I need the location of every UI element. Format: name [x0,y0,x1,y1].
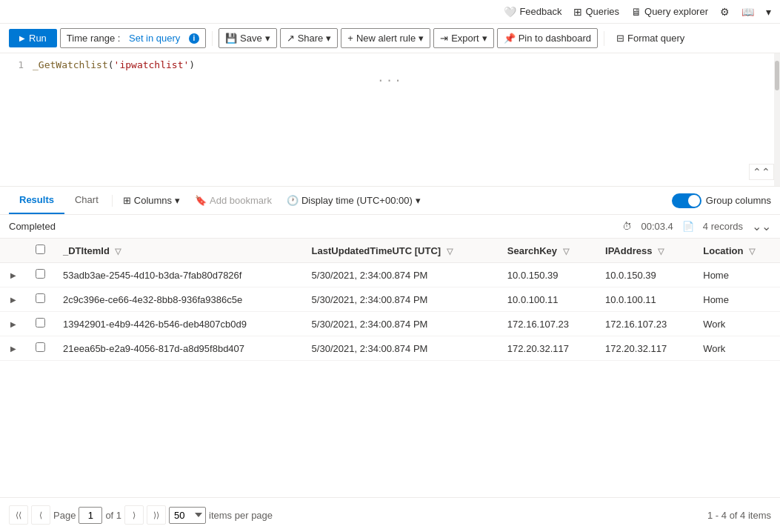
collapse-editor-button[interactable]: ⌃⌃ [749,164,774,180]
status-bar: Completed ⏱ 00:03.4 📄 4 records ⌄⌄ [0,215,780,239]
format-icon: ⊟ [616,33,624,44]
table-row: ▶ 53adb3ae-2545-4d10-b3da-7fab80d7826f 5… [0,263,780,287]
toolbar-divider-2 [604,31,604,46]
group-columns-toggle-area: Group columns [672,193,771,208]
pin-to-dashboard-button[interactable]: 📌 Pin to dashboard [497,28,598,48]
cell-lastupdated: 5/30/2021, 2:34:00.874 PM [303,287,499,312]
editor-scrollbar[interactable] [774,53,780,186]
cell-location: Home [694,263,780,287]
play-icon: ▶ [19,34,25,42]
more-button[interactable]: ▾ [766,6,771,18]
pagination-summary: 1 - 4 of 4 items [707,510,771,521]
pin-icon: 📌 [504,33,516,44]
plus-icon: + [347,33,353,44]
expand-row-button[interactable]: ▶ [9,270,18,281]
filter-icon: ▽ [447,247,453,256]
cell-searchkey: 10.0.100.11 [499,287,596,312]
check-col-header [27,239,54,263]
bookmark-icon: 🔖 [195,195,207,206]
row-checkbox[interactable] [36,318,45,327]
expand-row-button[interactable]: ▶ [9,343,18,354]
row-checkbox[interactable] [36,293,45,303]
col-header-dtitemid[interactable]: _DTItemId ▽ [54,239,303,263]
tab-chart[interactable]: Chart [64,187,109,214]
cell-dtitemid: 21eea65b-e2a9-4056-817d-a8d95f8bd407 [54,336,303,361]
table-row: ▶ 13942901-e4b9-4426-b546-deb4807cb0d9 5… [0,312,780,336]
records-count: 4 records [703,221,743,232]
results-table: _DTItemId ▽ LastUpdatedTimeUTC [UTC] ▽ S… [0,239,780,361]
cell-location: Work [694,312,780,336]
cell-lastupdated: 5/30/2021, 2:34:00.874 PM [303,312,499,336]
clock-icon: 🕐 [287,195,299,206]
status-expand-button[interactable]: ⌄⌄ [752,219,771,233]
info-icon: i [189,33,199,44]
cell-searchkey: 10.0.150.39 [499,263,596,287]
tab-results[interactable]: Results [9,187,64,214]
table-row: ▶ 21eea65b-e2a9-4056-817d-a8d95f8bd407 5… [0,336,780,361]
col-header-lastupdated[interactable]: LastUpdatedTimeUTC [UTC] ▽ [303,239,499,263]
run-button[interactable]: ▶ Run [9,29,57,47]
queries-icon: ⊞ [573,6,582,18]
toolbar-divider-1 [212,31,213,46]
scrollbar-thumb [775,61,779,90]
col-header-ipaddress[interactable]: IPAddress ▽ [596,239,694,263]
group-columns-toggle[interactable] [672,193,701,208]
select-all-checkbox[interactable] [36,245,45,254]
status-completed: Completed [9,221,56,232]
filter-icon: ▽ [115,247,121,256]
export-button[interactable]: ⇥ Export ▾ [433,28,494,48]
query-editor[interactable]: 1 _GetWatchlist('ipwatchlist') ··· ⌃⌃ [0,53,780,187]
expand-row-button[interactable]: ▶ [9,319,18,330]
toolbar: ▶ Run Time range : Set in query i 💾 Save… [0,24,780,53]
help-button[interactable]: 📖 [741,6,754,18]
check-cell [27,287,54,312]
items-per-page-select[interactable]: 10 25 50 100 [169,507,206,524]
columns-button[interactable]: ⊞ Columns ▾ [116,190,187,210]
explorer-icon: 🖥 [631,6,641,18]
time-range-button[interactable]: Time range : Set in query i [60,28,206,48]
share-button[interactable]: ↗ Share ▾ [280,28,339,48]
query-explorer-button[interactable]: 🖥 Query explorer [631,6,708,18]
next-page-button[interactable]: ⟩ [124,505,144,525]
cell-ipaddress: 10.0.100.11 [596,287,694,312]
row-checkbox[interactable] [36,269,45,279]
add-bookmark-button[interactable]: 🔖 Add bookmark [187,190,279,210]
cell-searchkey: 172.16.107.23 [499,312,596,336]
heart-icon: 🤍 [504,6,516,18]
format-query-button[interactable]: ⊟ Format query [610,29,690,47]
save-icon: 💾 [225,33,237,44]
cell-lastupdated: 5/30/2021, 2:34:00.874 PM [303,263,499,287]
col-header-location[interactable]: Location ▽ [694,239,780,263]
chevron-down-icon: ▾ [326,33,331,44]
display-time-button[interactable]: 🕐 Display time (UTC+00:00) ▾ [279,190,428,210]
records-icon: 📄 [682,221,694,232]
expand-row-button[interactable]: ▶ [9,294,18,305]
new-alert-rule-button[interactable]: + New alert rule ▾ [341,28,430,48]
data-table-wrapper: _DTItemId ▽ LastUpdatedTimeUTC [UTC] ▽ S… [0,239,780,497]
table-row: ▶ 2c9c396e-ce66-4e32-8bb8-936fa9386c5e 5… [0,287,780,312]
results-tabs: Results Chart ⊞ Columns ▾ 🔖 Add bookmark… [0,187,780,215]
book-icon: 📖 [741,6,754,18]
filter-icon: ▽ [563,247,569,256]
row-checkbox[interactable] [36,342,45,352]
last-page-button[interactable]: ⟩⟩ [147,505,166,525]
col-header-searchkey[interactable]: SearchKey ▽ [499,239,596,263]
code-line: _GetWatchlist('ipwatchlist') [33,59,195,70]
queries-button[interactable]: ⊞ Queries [573,6,619,18]
cell-ipaddress: 172.16.107.23 [596,312,694,336]
tab-divider [112,195,113,207]
chevron-down-icon: ▾ [175,195,180,206]
items-per-page-label: items per page [209,510,273,521]
first-page-button[interactable]: ⟨⟨ [9,505,28,525]
prev-page-button[interactable]: ⟨ [31,505,50,525]
page-number-input[interactable] [79,507,102,524]
check-cell [27,263,54,287]
time-value: 00:03.4 [641,221,673,232]
feedback-button[interactable]: 🤍 Feedback [504,6,561,18]
check-cell [27,336,54,361]
line-number: 1 [6,59,24,70]
of-label: of 1 [105,510,121,521]
chevron-down-icon: ▾ [482,33,487,44]
settings-button[interactable]: ⚙ [720,6,730,18]
save-button[interactable]: 💾 Save ▾ [219,28,277,48]
